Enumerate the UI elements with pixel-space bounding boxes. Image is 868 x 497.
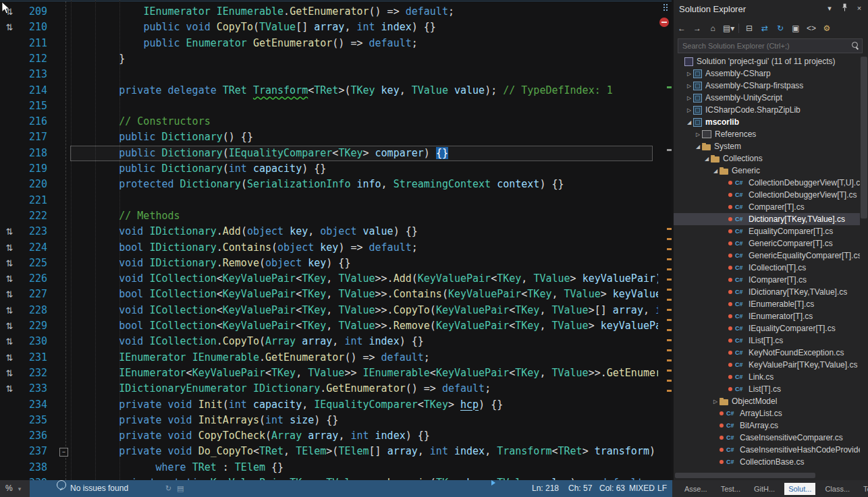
code-line-238[interactable]: where TRet : TElem {} — [70, 460, 653, 475]
code-line-227[interactable]: bool ICollection<KeyValuePair<TKey, TVal… — [70, 287, 653, 302]
implementations-arrows-icon[interactable]: ⇅ — [3, 240, 16, 256]
sync-with-active-document-icon[interactable]: ⇄ — [759, 24, 770, 33]
tree-item-link-cs[interactable]: C#Link.cs — [674, 371, 860, 383]
search-input[interactable] — [681, 40, 839, 52]
show-all-files-icon[interactable]: ▣ — [790, 24, 801, 33]
status-extra-icon-2[interactable]: ▤ — [177, 480, 184, 497]
tree-item-ienumerable-t-cs[interactable]: C#IEnumerable[T].cs — [674, 298, 860, 310]
tree-item-caseinsensitivecomparer-cs[interactable]: C#CaseInsensitiveComparer.cs — [674, 432, 860, 444]
refresh-icon[interactable]: ↻ — [775, 24, 786, 33]
code-line-226[interactable]: void ICollection<KeyValuePair<TKey, TVal… — [70, 271, 653, 287]
implementations-arrows-icon[interactable]: ⇅ — [3, 366, 16, 381]
tree-horizontal-scrollbar[interactable] — [675, 473, 815, 478]
code-line-232[interactable]: IEnumerator<KeyValuePair<TKey, TValue>> … — [70, 366, 653, 381]
zoom-control[interactable]: %▾ — [0, 480, 30, 497]
tree-item-assembly-csharp[interactable]: ▷Assembly-CSharp — [674, 67, 860, 80]
close-icon[interactable]: × — [855, 4, 864, 12]
code-line-219[interactable]: public Dictionary(int capacity) {} — [70, 161, 653, 177]
status-encoding[interactable]: MIXED — [629, 480, 655, 497]
panel-tab-class[interactable]: Class... — [821, 483, 854, 495]
code-line-224[interactable]: bool IDictionary.Contains(object key) =>… — [70, 240, 653, 256]
tree-item-collections[interactable]: ◢Collections — [674, 152, 860, 165]
tree-item-ienumerator-t-cs[interactable]: C#IEnumerator[T].cs — [674, 310, 860, 322]
indicator-margin[interactable]: ⇅⇅⇅⇅⇅⇅⇅⇅⇅⇅⇅⇅⇅ — [0, 0, 19, 480]
code-line-230[interactable]: void ICollection.CopyTo(Array array, int… — [70, 334, 653, 349]
implementations-arrows-icon[interactable]: ⇅ — [3, 350, 16, 366]
code-line-228[interactable]: void ICollection<KeyValuePair<TKey, TVal… — [70, 303, 653, 318]
tree-item-assembly-csharp-firstpass[interactable]: ▷Assembly-CSharp-firstpass — [674, 80, 860, 92]
code-line-220[interactable]: protected Dictionary(SerializationInfo i… — [70, 177, 653, 192]
tree-item-icollection-t-cs[interactable]: C#ICollection[T].cs — [674, 262, 860, 274]
chevron-down-icon[interactable]: ▾ — [825, 4, 834, 13]
panel-tab-test[interactable]: Test... — [717, 483, 744, 495]
tree-item-collectiondebuggerview-t-cs[interactable]: C#CollectionDebuggerView[T].cs — [674, 189, 860, 201]
implementations-arrows-icon[interactable]: ⇅ — [3, 318, 16, 334]
panel-tab-solut[interactable]: Solut... — [784, 483, 815, 495]
tree-vertical-scrollbar[interactable] — [861, 57, 867, 218]
code-line-237[interactable]: private void Do_CopyTo<TRet, TElem>(TEle… — [70, 444, 653, 459]
splitter-grip-icon[interactable] — [663, 4, 665, 5]
tree-item-references[interactable]: ▷References — [674, 128, 860, 140]
tree-item-icomparer-t-cs[interactable]: C#IComparer[T].cs — [674, 274, 860, 286]
code-line-235[interactable]: private void InitArrays(int size) {} — [70, 413, 653, 428]
code-line-221[interactable] — [70, 193, 653, 208]
tree-item-arraylist-cs[interactable]: C#ArrayList.cs — [674, 407, 860, 419]
implementations-arrows-icon[interactable]: ⇅ — [3, 271, 16, 287]
code-line-223[interactable]: void IDictionary.Add(object key, object … — [70, 224, 653, 239]
collapsed-arrow-icon[interactable]: ▷ — [711, 399, 720, 405]
status-extra-icon-1[interactable]: ↻ — [165, 480, 171, 497]
code-line-215[interactable] — [70, 98, 653, 114]
code-line-231[interactable]: IEnumerator IEnumerable.GetEnumerator() … — [70, 350, 653, 366]
tree-item-generic[interactable]: ◢Generic — [674, 165, 860, 177]
status-eol[interactable]: LF — [657, 480, 667, 497]
implementations-arrows-icon[interactable]: ⇅ — [3, 287, 16, 302]
fold-collapse-icon[interactable]: − — [59, 448, 68, 457]
collapsed-arrow-icon[interactable]: ▷ — [685, 71, 693, 77]
expanded-arrow-icon[interactable]: ◢ — [711, 168, 720, 174]
tree-item-keyvaluepair-tkey-tvalue-cs[interactable]: C#KeyValuePair[TKey,TValue].cs — [674, 359, 860, 371]
collapsed-arrow-icon[interactable]: ▷ — [685, 95, 693, 101]
implementations-arrows-icon[interactable]: ⇅ — [3, 224, 16, 239]
code-view-icon[interactable]: <> — [806, 24, 817, 33]
code-line-209[interactable]: IEnumerator IEnumerable.GetEnumerator() … — [70, 4, 653, 20]
code-editor[interactable]: ⇅⇅⇅⇅⇅⇅⇅⇅⇅⇅⇅⇅⇅ 20921021121221321421521621… — [0, 0, 672, 480]
implementations-arrows-icon[interactable]: ⇅ — [3, 303, 16, 318]
status-column[interactable]: Col: 63 — [599, 480, 625, 497]
file-health-error-icon[interactable] — [659, 18, 669, 27]
code-line-210[interactable]: public void CopyTo(TValue[] array, int i… — [70, 20, 653, 35]
code-line-234[interactable]: private void Init(int capacity, IEqualit… — [70, 397, 653, 413]
implementations-arrows-icon[interactable]: ⇅ — [3, 256, 16, 271]
tree-item-caseinsensitivehashcodeprovider-cs[interactable]: C#CaseInsensitiveHashCodeProvider.cs — [674, 444, 860, 456]
tree-item-icsharpcode-sharpziplib[interactable]: ▷ICSharpCode.SharpZipLib — [674, 104, 860, 116]
code-folding-margin[interactable]: − — [57, 0, 70, 480]
code-line-214[interactable]: private delegate TRet Transform<TRet>(TK… — [70, 83, 653, 98]
tree-item-list-t-cs[interactable]: C#List[T].cs — [674, 383, 860, 395]
expanded-arrow-icon[interactable]: ◢ — [694, 144, 702, 150]
back-icon[interactable]: ← — [676, 24, 687, 33]
code-line-229[interactable]: bool ICollection<KeyValuePair<TKey, TVal… — [70, 318, 653, 334]
collapse-all-icon[interactable]: ⊟ — [744, 24, 755, 33]
properties-icon[interactable]: ⚙ — [821, 24, 832, 33]
code-line-211[interactable]: public Enumerator GetEnumerator() => def… — [70, 36, 653, 51]
status-char[interactable]: Ch: 57 — [568, 480, 592, 497]
editor-vertical-scrollbar[interactable] — [658, 0, 672, 480]
panel-tab-tea[interactable]: Tea... — [859, 483, 868, 495]
collapsed-arrow-icon[interactable]: ▷ — [694, 131, 702, 138]
code-line-218[interactable]: public Dictionary(IEqualityComparer<TKey… — [70, 146, 653, 161]
tree-item-equalitycomparer-t-cs[interactable]: C#EqualityComparer[T].cs — [674, 225, 860, 237]
expanded-arrow-icon[interactable]: ◢ — [703, 156, 711, 162]
code-line-216[interactable]: // Constructors — [70, 114, 653, 129]
implementations-arrows-icon[interactable]: ⇅ — [3, 334, 16, 349]
collapsed-arrow-icon[interactable]: ▷ — [685, 83, 693, 89]
expanded-arrow-icon[interactable]: ◢ — [685, 119, 693, 125]
no-issues-text[interactable]: No issues found — [70, 480, 128, 497]
implementations-arrows-icon[interactable]: ⇅ — [3, 20, 16, 35]
tree-item-solution-project-gui-11-of-11-projects[interactable]: Solution 'project-gui' (11 of 11 project… — [674, 55, 860, 67]
tree-item-comparer-t-cs[interactable]: C#Comparer[T].cs — [674, 201, 860, 213]
code-line-233[interactable]: IDictionaryEnumerator IDictionary.GetEnu… — [70, 381, 653, 397]
tree-item-system[interactable]: ◢System — [674, 140, 860, 152]
code-line-212[interactable]: } — [70, 51, 653, 67]
search-icon[interactable] — [852, 42, 858, 48]
code-line-239[interactable]: private static KeyValuePair<TKey, TValue… — [70, 475, 653, 480]
view-switcher-icon[interactable]: ▤▾ — [723, 24, 734, 33]
